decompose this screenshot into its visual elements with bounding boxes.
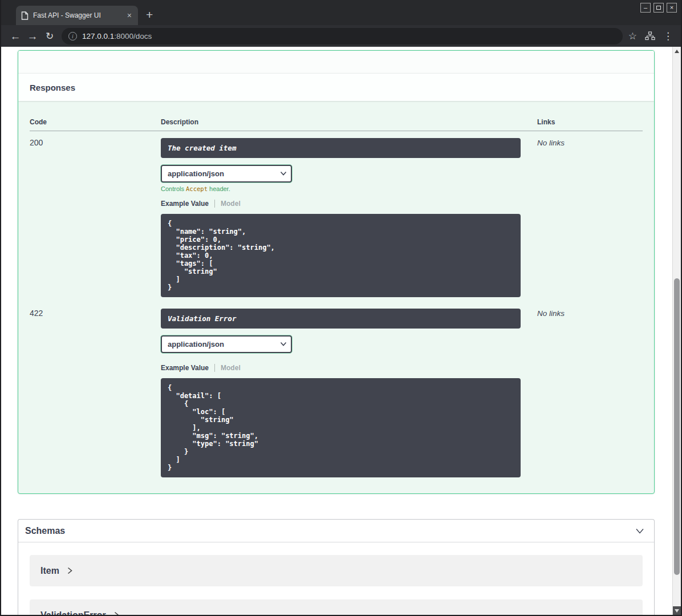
- example-json-block: { "detail": [ { "loc": [ "string" ], "ms…: [161, 378, 521, 477]
- chevron-right-icon: [67, 567, 73, 574]
- response-row-422: 422 Validation Error application/json: [30, 302, 643, 482]
- schemas-body: Item ValidationError: [18, 542, 654, 615]
- chevron-down-icon[interactable]: [635, 527, 645, 535]
- response-links: No links: [537, 139, 565, 147]
- response-description-cell: Validation Error application/json: [161, 302, 537, 482]
- response-description-box: Validation Error: [161, 309, 521, 329]
- new-tab-button[interactable]: +: [146, 9, 153, 21]
- tab-title: Fast API - Swagger UI: [33, 11, 121, 19]
- example-json-block: { "name": "string", "price": 0, "descrip…: [161, 214, 521, 297]
- response-code: 200: [30, 131, 161, 302]
- response-description-cell: The created item application/json: [161, 131, 537, 302]
- description-column-header: Description: [161, 112, 537, 131]
- close-button[interactable]: ×: [667, 3, 677, 13]
- links-column-header: Links: [537, 112, 643, 131]
- scroll-up-button[interactable]: [673, 47, 681, 55]
- model-item[interactable]: ValidationError: [30, 599, 643, 615]
- menu-icon[interactable]: ⋮: [663, 30, 673, 42]
- browser-toolbar: ← → ↻ i 127.0.0.1:8000/docs ☆ ⋮: [1, 25, 681, 47]
- browser-tab[interactable]: Fast API - Swagger UI ×: [16, 6, 138, 25]
- responses-table: Code Description Links 200 The created i…: [30, 112, 643, 482]
- example-model-tabs: Example Value Model: [161, 362, 537, 374]
- toolbar-right-icons: ☆ ⋮: [628, 30, 675, 42]
- tab-example-value[interactable]: Example Value: [161, 200, 214, 208]
- schemas-header[interactable]: Schemas: [18, 520, 654, 542]
- chevron-right-icon: [113, 611, 120, 615]
- url-text: 127.0.0.1:8000/docs: [82, 32, 152, 40]
- schemas-title: Schemas: [25, 526, 65, 536]
- url-path: :8000/docs: [114, 32, 152, 40]
- opblock-body-gap: [18, 51, 654, 73]
- media-type-select-wrap: application/json: [161, 165, 292, 183]
- media-type-select[interactable]: application/json: [161, 165, 292, 183]
- scroll-down-button[interactable]: [673, 606, 681, 615]
- accept-header-code: Accept: [186, 185, 208, 192]
- response-row-200: 200 The created item application/json: [30, 131, 643, 302]
- maximize-button[interactable]: [653, 3, 664, 13]
- back-button[interactable]: ←: [7, 31, 24, 42]
- bookmark-star-icon[interactable]: ☆: [628, 30, 637, 42]
- response-links: No links: [537, 309, 565, 318]
- media-type-select[interactable]: application/json: [161, 335, 292, 353]
- tab-example-value[interactable]: Example Value: [161, 364, 214, 372]
- window-controls: – ×: [640, 3, 677, 13]
- response-code: 422: [30, 302, 161, 482]
- example-model-tabs: Example Value Model: [161, 198, 537, 209]
- swagger-page: Responses Code Description Links: [1, 47, 672, 615]
- tab-model[interactable]: Model: [214, 364, 241, 372]
- maximize-icon: [656, 6, 661, 10]
- vertical-scrollbar[interactable]: [672, 47, 681, 615]
- url-host: 127.0.0.1: [82, 32, 114, 40]
- controls-accept-note: Controls Accept header.: [161, 185, 537, 192]
- page-viewport: Responses Code Description Links: [1, 47, 681, 615]
- model-name: ValidationError: [40, 610, 106, 615]
- responses-section-header: Responses: [18, 73, 654, 101]
- response-description-box: The created item: [161, 138, 521, 158]
- opblock-post-panel: Responses Code Description Links: [18, 50, 655, 494]
- scroll-up-icon: [675, 50, 679, 53]
- sitemap-icon[interactable]: [645, 31, 655, 40]
- forward-button[interactable]: →: [24, 31, 41, 42]
- schemas-section: Schemas Item ValidationError: [18, 519, 655, 615]
- scrollbar-thumb[interactable]: [674, 278, 680, 575]
- site-info-icon[interactable]: i: [68, 32, 77, 40]
- browser-tabstrip: Fast API - Swagger UI × + – ×: [1, 0, 681, 25]
- tab-model[interactable]: Model: [214, 200, 241, 208]
- media-type-select-wrap: application/json: [161, 335, 292, 353]
- page-favicon-icon: [21, 11, 29, 20]
- minimize-button[interactable]: –: [640, 3, 651, 13]
- model-item[interactable]: Item: [30, 555, 643, 586]
- model-name: Item: [40, 566, 59, 576]
- responses-title: Responses: [30, 83, 75, 92]
- scroll-down-icon: [675, 609, 679, 613]
- code-column-header: Code: [30, 112, 161, 131]
- browser-window: Fast API - Swagger UI × + – × ← → ↻ i 12…: [0, 0, 682, 616]
- tab-close-icon[interactable]: ×: [126, 11, 133, 19]
- url-bar[interactable]: i 127.0.0.1:8000/docs: [62, 28, 623, 44]
- responses-table-container: Code Description Links 200 The created i…: [18, 101, 654, 493]
- reload-button[interactable]: ↻: [41, 31, 58, 42]
